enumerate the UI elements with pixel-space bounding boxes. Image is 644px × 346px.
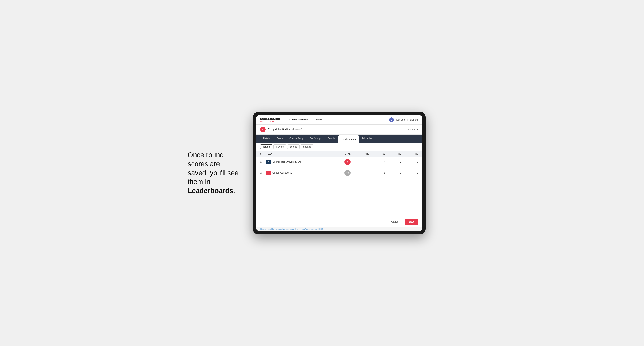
row2-rd2: -8 [388,167,404,178]
table-header-row: # TEAM TOTAL THRU RD1 RD2 RD3 [256,151,422,157]
sign-out-link[interactable]: Sign out [410,118,418,121]
team-logo-2: C [266,171,271,175]
row1-rd3: -6 [404,157,422,168]
nav-link-tournaments[interactable]: TOURNAMENTS [286,115,311,124]
score-badge-1: -5 [344,159,350,165]
row1-team: S Scoreboard University [A] [264,157,332,168]
team-cell-2: C Clippd College [A] [266,171,330,175]
nav-right: S Test User | Sign out [389,117,418,122]
table-row: 1 S Scoreboard University [A] [256,157,422,168]
nav-links: TOURNAMENTS TEAMS [286,115,326,124]
row2-rd1: +8 [372,167,388,178]
cancel-button[interactable]: Cancel [388,219,403,225]
brand-title: SCOREBOARD [260,117,280,120]
tab-tee-groups[interactable]: Tee Groups [306,135,324,143]
filter-scores-button[interactable]: Scores [287,145,299,149]
sub-nav: Details Teams Course Setup Tee Groups Re… [256,135,422,143]
save-button[interactable]: Save [405,219,418,225]
tab-course-setup[interactable]: Course Setup [286,135,306,143]
url-bar: https://stage-blue-coach.stagescoreboard… [256,227,422,231]
modal-footer: Cancel Save [256,216,422,227]
tournament-cancel-icon: ✕ [416,128,418,131]
content-spacer [256,186,422,216]
row2-rd3: +3 [404,167,422,178]
team-name-2: Clippd College [A] [272,171,292,174]
tournament-header: C Clippd Invitational (Men) Cancel ✕ [256,125,422,135]
score-badge-2: +3 [344,170,350,176]
tab-leaderboards[interactable]: Leaderboards [338,136,359,143]
row1-rd1: -4 [372,157,388,168]
brand-sub: Powered by clippd [260,120,280,122]
sidebar-text-part1: Once round scores are saved, you'll see … [188,151,238,186]
team-cell-1: S Scoreboard University [A] [266,160,330,164]
user-avatar: S [389,117,394,122]
tablet-frame: SCOREBOARD Powered by clippd TOURNAMENTS… [253,112,426,234]
brand: SCOREBOARD Powered by clippd [260,117,280,122]
col-thru: THRU [353,151,372,157]
filter-strokes-button[interactable]: Strokes [301,145,314,149]
col-total: TOTAL [332,151,353,157]
row1-rank: 1 [256,157,264,168]
tablet-screen: SCOREBOARD Powered by clippd TOURNAMENTS… [256,115,422,231]
tab-teams[interactable]: Teams [274,135,286,143]
col-rank: # [256,151,264,157]
nav-separator: | [408,118,408,121]
col-rd1: RD1 [372,151,388,157]
tab-printables[interactable]: Printables [359,135,375,143]
col-rd2: RD2 [388,151,404,157]
tournament-icon: C [260,127,266,132]
filter-bar: Teams Players Scores Strokes [256,143,422,151]
top-nav: SCOREBOARD Powered by clippd TOURNAMENTS… [256,115,422,125]
tab-results[interactable]: Results [324,135,338,143]
tab-details[interactable]: Details [260,135,274,143]
table-header: # TEAM TOTAL THRU RD1 RD2 RD3 [256,151,422,157]
tournament-name: Clippd Invitational [268,128,294,131]
row1-total: -5 [332,157,353,168]
row2-thru: F [353,167,372,178]
row1-rd2: +5 [388,157,404,168]
row1-thru: F [353,157,372,168]
leaderboard-table: # TEAM TOTAL THRU RD1 RD2 RD3 1 [256,151,422,178]
row2-total: +3 [332,167,353,178]
row2-team: C Clippd College [A] [264,167,332,178]
leaderboard-table-container: # TEAM TOTAL THRU RD1 RD2 RD3 1 [256,151,422,186]
team-logo-1: S [266,160,271,164]
table-body: 1 S Scoreboard University [A] [256,157,422,178]
col-team: TEAM [264,151,332,157]
page-wrapper: Once round scores are saved, you'll see … [188,112,456,234]
user-name: Test User [396,118,406,121]
table-row: 2 C Clippd College [A] +3 [256,167,422,178]
tournament-cancel-button[interactable]: Cancel ✕ [408,128,418,131]
team-name-1: Scoreboard University [A] [272,160,301,163]
filter-players-button[interactable]: Players [274,145,286,149]
sidebar-text-end: . [233,187,235,195]
filter-teams-button[interactable]: Teams [260,145,272,149]
nav-link-teams[interactable]: TEAMS [311,115,326,124]
sidebar-description: Once round scores are saved, you'll see … [188,151,242,195]
sidebar-text-bold: Leaderboards [188,187,233,195]
col-rd3: RD3 [404,151,422,157]
row2-rank: 2 [256,167,264,178]
tournament-gender: (Men) [295,128,302,131]
